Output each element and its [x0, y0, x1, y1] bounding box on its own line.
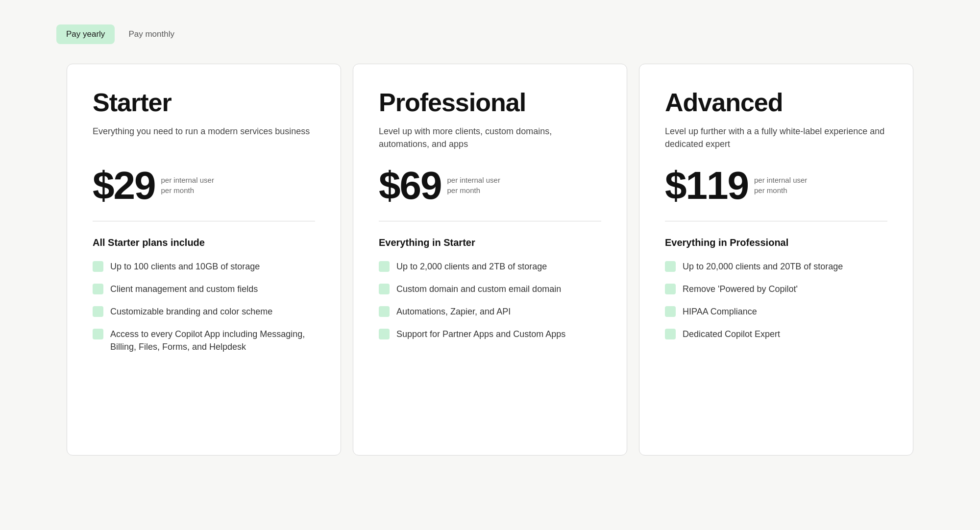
feature-item-starter-0: Up to 100 clients and 10GB of storage	[93, 260, 315, 273]
feature-icon-starter-1	[93, 284, 103, 294]
price-row-professional: $69 per internal user per month	[379, 166, 601, 205]
features-heading-starter: All Starter plans include	[93, 237, 315, 248]
feature-item-starter-3: Access to every Copilot App including Me…	[93, 328, 315, 353]
feature-item-advanced-2: HIPAA Compliance	[665, 305, 887, 318]
price-amount-advanced: $119	[665, 166, 748, 205]
feature-icon-professional-1	[379, 284, 390, 294]
plan-card-professional: Professional Level up with more clients,…	[353, 64, 627, 456]
features-heading-advanced: Everything in Professional	[665, 237, 887, 248]
feature-item-professional-0: Up to 2,000 clients and 2TB of storage	[379, 260, 601, 273]
feature-text-advanced-0: Up to 20,000 clients and 20TB of storage	[683, 260, 843, 273]
feature-text-advanced-2: HIPAA Compliance	[683, 305, 757, 318]
plan-description-starter: Everything you need to run a modern serv…	[93, 125, 315, 150]
price-per-starter: per internal user	[161, 175, 214, 185]
plan-description-advanced: Level up further with a a fully white-la…	[665, 125, 887, 150]
feature-text-advanced-1: Remove 'Powered by Copilot'	[683, 283, 798, 295]
feature-text-professional-3: Support for Partner Apps and Custom Apps	[396, 328, 565, 340]
price-period-starter: per month	[161, 185, 214, 195]
feature-text-starter-0: Up to 100 clients and 10GB of storage	[110, 260, 260, 273]
feature-icon-professional-3	[379, 329, 390, 339]
features-list-starter: Up to 100 clients and 10GB of storage Cl…	[93, 260, 315, 353]
price-row-starter: $29 per internal user per month	[93, 166, 315, 205]
feature-text-professional-1: Custom domain and custom email domain	[396, 283, 561, 295]
feature-text-starter-3: Access to every Copilot App including Me…	[110, 328, 315, 353]
pay-monthly-button[interactable]: Pay monthly	[119, 24, 184, 44]
features-heading-professional: Everything in Starter	[379, 237, 601, 248]
features-list-professional: Up to 2,000 clients and 2TB of storage C…	[379, 260, 601, 340]
plan-divider-advanced	[665, 221, 887, 221]
price-period-professional: per month	[447, 185, 500, 195]
feature-item-starter-2: Customizable branding and color scheme	[93, 305, 315, 318]
billing-toggle: Pay yearly Pay monthly	[56, 24, 184, 44]
feature-icon-advanced-3	[665, 329, 676, 339]
price-per-professional: per internal user	[447, 175, 500, 185]
price-label-professional: per internal user per month	[447, 166, 500, 195]
feature-icon-starter-2	[93, 306, 103, 317]
price-row-advanced: $119 per internal user per month	[665, 166, 887, 205]
feature-icon-starter-0	[93, 261, 103, 272]
price-amount-starter: $29	[93, 166, 155, 205]
price-label-advanced: per internal user per month	[754, 166, 807, 195]
feature-item-professional-2: Automations, Zapier, and API	[379, 305, 601, 318]
price-label-starter: per internal user per month	[161, 166, 214, 195]
feature-text-advanced-3: Dedicated Copilot Expert	[683, 328, 780, 340]
feature-item-advanced-1: Remove 'Powered by Copilot'	[665, 283, 887, 295]
plan-card-advanced: Advanced Level up further with a a fully…	[639, 64, 913, 456]
plan-card-starter: Starter Everything you need to run a mod…	[67, 64, 341, 456]
feature-icon-professional-2	[379, 306, 390, 317]
features-list-advanced: Up to 20,000 clients and 20TB of storage…	[665, 260, 887, 340]
plan-name-advanced: Advanced	[665, 88, 887, 117]
feature-item-starter-1: Client management and custom fields	[93, 283, 315, 295]
price-per-advanced: per internal user	[754, 175, 807, 185]
feature-icon-starter-3	[93, 329, 103, 339]
feature-text-starter-1: Client management and custom fields	[110, 283, 258, 295]
feature-item-advanced-3: Dedicated Copilot Expert	[665, 328, 887, 340]
feature-text-starter-2: Customizable branding and color scheme	[110, 305, 272, 318]
plan-divider-professional	[379, 221, 601, 221]
feature-icon-professional-0	[379, 261, 390, 272]
feature-item-professional-3: Support for Partner Apps and Custom Apps	[379, 328, 601, 340]
feature-text-professional-0: Up to 2,000 clients and 2TB of storage	[396, 260, 547, 273]
plan-name-starter: Starter	[93, 88, 315, 117]
feature-item-advanced-0: Up to 20,000 clients and 20TB of storage	[665, 260, 887, 273]
plan-description-professional: Level up with more clients, custom domai…	[379, 125, 601, 150]
feature-item-professional-1: Custom domain and custom email domain	[379, 283, 601, 295]
pay-yearly-button[interactable]: Pay yearly	[56, 24, 115, 44]
plans-container: Starter Everything you need to run a mod…	[49, 64, 931, 456]
plan-divider-starter	[93, 221, 315, 221]
feature-icon-advanced-1	[665, 284, 676, 294]
feature-icon-advanced-0	[665, 261, 676, 272]
plan-name-professional: Professional	[379, 88, 601, 117]
price-amount-professional: $69	[379, 166, 441, 205]
price-period-advanced: per month	[754, 185, 807, 195]
feature-text-professional-2: Automations, Zapier, and API	[396, 305, 511, 318]
feature-icon-advanced-2	[665, 306, 676, 317]
